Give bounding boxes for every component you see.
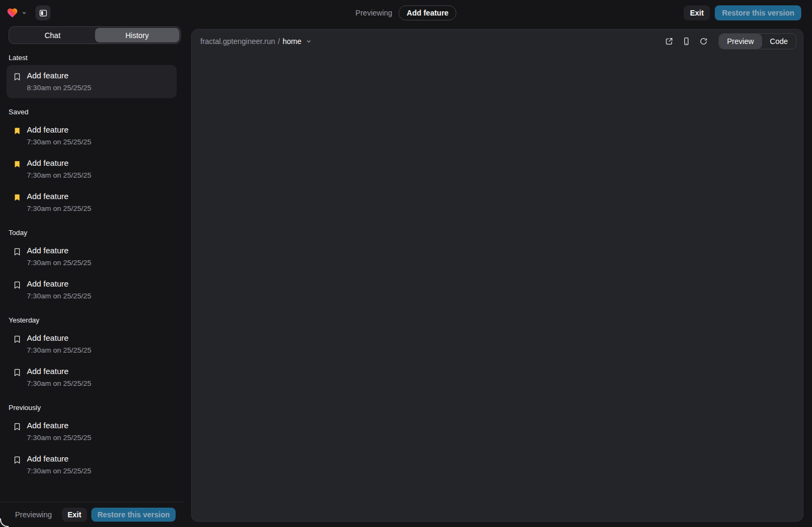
version-item[interactable]: Add feature 8:30am on 25/25/25: [6, 65, 177, 98]
version-item[interactable]: Add feature 7:30am on 25/25/25: [6, 273, 177, 306]
open-external-icon: [665, 37, 673, 46]
bookmark-filled-icon: [13, 193, 21, 202]
history-section: Today Add feature 7:30am on 25/25/25 Add…: [6, 229, 177, 306]
previewing-status-label: Previewing: [356, 9, 392, 17]
main-area: ChatHistory Latest Add feature 8:30am on…: [0, 26, 812, 527]
version-item[interactable]: Add feature 7:30am on 25/25/25: [6, 240, 177, 273]
section-label: Latest: [9, 54, 175, 62]
version-timestamp: 7:30am on 25/25/25: [27, 467, 91, 475]
version-item[interactable]: Add feature 7:30am on 25/25/25: [6, 186, 177, 219]
preview-panel: fractal.gptengineer.run / home: [191, 29, 803, 522]
bookmark-outline-icon: [13, 456, 21, 464]
sidebar-tabs: ChatHistory: [9, 26, 181, 44]
sidebar-toggle-button[interactable]: [35, 5, 50, 20]
bookmark-outline-icon: [13, 422, 21, 431]
refresh-icon: [699, 37, 708, 46]
version-title: Add feature: [27, 71, 91, 80]
bookmark-outline-icon: [13, 72, 21, 81]
preview-wrapper: fractal.gptengineer.run / home: [183, 26, 812, 527]
history-sidebar: ChatHistory Latest Add feature 8:30am on…: [0, 26, 183, 527]
preview-code-toggle: PreviewCode: [719, 33, 796, 49]
version-history-list: Latest Add feature 8:30am on 25/25/25 Sa…: [0, 44, 183, 502]
history-section: Previously Add feature 7:30am on 25/25/2…: [6, 404, 177, 481]
version-item[interactable]: Add feature 7:30am on 25/25/25: [6, 119, 177, 152]
mobile-preview-icon: [682, 37, 691, 46]
sidebar-footer: Previewing Exit Restore this version: [0, 502, 183, 527]
chevron-down-icon: [306, 38, 312, 45]
version-name-pill[interactable]: Add feature: [398, 5, 456, 20]
version-title: Add feature: [27, 125, 91, 135]
version-title: Add feature: [27, 192, 91, 201]
lovable-heart-icon[interactable]: [6, 7, 18, 19]
version-timestamp: 7:30am on 25/25/25: [27, 434, 91, 442]
chevron-down-icon[interactable]: [21, 10, 27, 16]
url-page: home: [282, 37, 301, 46]
bookmark-filled-icon: [13, 127, 21, 135]
version-timestamp: 7:30am on 25/25/25: [27, 346, 91, 354]
version-item[interactable]: Add feature 7:30am on 25/25/25: [6, 361, 177, 394]
url-separator: /: [278, 37, 280, 46]
version-timestamp: 8:30am on 25/25/25: [27, 84, 91, 92]
exit-button[interactable]: Exit: [684, 5, 711, 20]
bookmark-filled-icon: [13, 160, 21, 169]
exit-button[interactable]: Exit: [62, 508, 88, 522]
version-title: Add feature: [27, 367, 91, 376]
version-title: Add feature: [27, 158, 91, 168]
version-timestamp: 7:30am on 25/25/25: [27, 292, 91, 300]
restore-version-button[interactable]: Restore this version: [91, 508, 176, 522]
preview-url-selector[interactable]: fractal.gptengineer.run / home: [200, 37, 312, 46]
bookmark-outline-icon: [13, 335, 21, 343]
open-external-button[interactable]: [662, 34, 677, 49]
bookmark-outline-icon: [13, 247, 21, 256]
version-title: Add feature: [27, 421, 91, 430]
version-title: Add feature: [27, 246, 91, 255]
restore-version-button[interactable]: Restore this version: [715, 5, 801, 20]
refresh-button[interactable]: [696, 34, 711, 49]
version-item[interactable]: Add feature 7:30am on 25/25/25: [6, 448, 177, 481]
version-timestamp: 7:30am on 25/25/25: [27, 204, 91, 213]
history-section: Yesterday Add feature 7:30am on 25/25/25…: [6, 316, 177, 394]
version-item[interactable]: Add feature 7:30am on 25/25/25: [6, 152, 177, 186]
section-label: Today: [9, 229, 175, 237]
version-title: Add feature: [27, 333, 91, 343]
preview-canvas[interactable]: [192, 53, 803, 521]
section-label: Yesterday: [9, 316, 175, 324]
mobile-preview-button[interactable]: [679, 34, 694, 49]
version-timestamp: 7:30am on 25/25/25: [27, 259, 91, 267]
version-title: Add feature: [27, 454, 91, 464]
preview-header: fractal.gptengineer.run / home: [192, 30, 803, 53]
view-toggle-preview[interactable]: Preview: [719, 34, 762, 49]
version-item[interactable]: Add feature 7:30am on 25/25/25: [6, 415, 177, 448]
version-timestamp: 7:30am on 25/25/25: [27, 379, 91, 387]
url-host: fractal.gptengineer.run: [200, 37, 275, 46]
sidebar-tab-history[interactable]: History: [95, 28, 180, 42]
version-timestamp: 7:30am on 25/25/25: [27, 171, 91, 179]
version-title: Add feature: [27, 279, 91, 289]
sidebar-tab-chat[interactable]: Chat: [10, 28, 95, 42]
history-section: Latest Add feature 8:30am on 25/25/25: [6, 54, 177, 98]
version-item[interactable]: Add feature 7:30am on 25/25/25: [6, 327, 177, 361]
bookmark-outline-icon: [13, 281, 21, 289]
previewing-status-label: Previewing: [15, 510, 52, 519]
history-section: Saved Add feature 7:30am on 25/25/25 Add…: [6, 108, 177, 219]
view-toggle-code[interactable]: Code: [762, 34, 796, 49]
panel-left-icon: [39, 9, 48, 18]
section-label: Previously: [9, 404, 175, 412]
bookmark-outline-icon: [13, 368, 21, 377]
top-bar: Previewing Add feature Exit Restore this…: [0, 0, 812, 26]
section-label: Saved: [9, 108, 175, 116]
version-timestamp: 7:30am on 25/25/25: [27, 138, 91, 146]
